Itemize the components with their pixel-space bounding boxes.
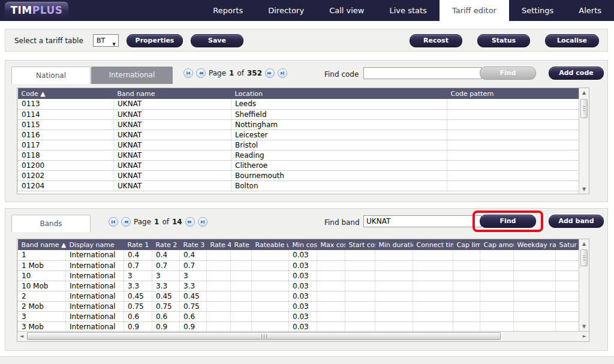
table-row[interactable]: 0115 UKNAT Nottingham — [18, 119, 579, 130]
table-row[interactable]: 01204 UKNAT Bolton — [18, 181, 579, 191]
column-header[interactable]: Code pattern — [447, 88, 579, 99]
table-row[interactable]: 10 Mob International 3.3 3.3 3.3 0.03 — [18, 281, 579, 291]
column-header[interactable]: Rate 2 — [152, 239, 180, 250]
bands-horizontal-scrollbar[interactable]: ◄ ► — [17, 331, 589, 341]
page-current: 1 — [154, 218, 159, 226]
scroll-down-icon[interactable]: ▼ — [579, 186, 589, 192]
table-row[interactable]: 2 Mob International 0.75 0.75 0.75 0.03 — [18, 301, 579, 311]
nav-tab-alerts[interactable]: Alerts — [566, 0, 614, 21]
cell-saturday-rates — [556, 311, 579, 321]
nav-tab-reports[interactable]: Reports — [200, 0, 255, 21]
scrollbar-thumb[interactable] — [580, 99, 588, 118]
recost-button[interactable]: Recost — [410, 34, 462, 47]
cell-display-name: International — [66, 270, 124, 281]
cell-connect-time — [413, 311, 453, 321]
table-row[interactable]: 10 International 3 3 3 0.03 — [18, 270, 579, 281]
column-header[interactable]: Connect time — [413, 239, 453, 250]
scrollbar-thumb[interactable] — [580, 249, 588, 266]
table-row[interactable]: 0116 UKNAT Leicester — [18, 130, 579, 140]
table-row[interactable]: 1 Mob International 0.7 0.7 0.7 0.03 — [18, 260, 579, 270]
table-row[interactable]: 1 International 0.4 0.4 0.4 0.03 — [18, 250, 579, 260]
bands-vertical-scrollbar[interactable]: ▲ ▼ — [579, 239, 589, 331]
column-header[interactable]: Location — [231, 88, 447, 99]
find-band-input[interactable] — [363, 215, 481, 227]
column-header[interactable]: Band name ▲ — [18, 239, 66, 250]
last-page-icon[interactable] — [198, 217, 207, 227]
column-header[interactable]: Start cost — [345, 239, 375, 250]
tariff-table-select[interactable]: BT ▼ — [93, 34, 119, 47]
column-header[interactable]: Rate 5 — [231, 239, 252, 250]
column-header[interactable]: Cap amount — [480, 239, 514, 250]
column-header[interactable]: Rateable unit — [252, 239, 289, 250]
add-code-button[interactable]: Add code — [549, 67, 604, 80]
column-header[interactable]: Cap limit — [453, 239, 480, 250]
cell-display-name: International — [66, 281, 124, 291]
nav-tab-tariff-editor[interactable]: Tariff editor — [440, 0, 509, 21]
find-code-input[interactable] — [363, 67, 481, 79]
tab-national[interactable]: National — [11, 67, 91, 84]
column-header[interactable]: Min duration — [375, 239, 413, 250]
nav-tab-settings[interactable]: Settings — [509, 0, 566, 21]
find-band-button[interactable]: Find — [480, 215, 536, 228]
column-header[interactable]: Display name — [66, 239, 124, 250]
cell-saturday-rates — [556, 291, 579, 301]
scroll-up-icon[interactable]: ▲ — [579, 90, 589, 95]
prev-page-icon[interactable] — [121, 217, 131, 227]
table-row[interactable]: 0113 UKNAT Leeds — [18, 99, 579, 109]
codes-vertical-scrollbar[interactable]: ▲ ▼ — [579, 88, 589, 194]
first-page-icon[interactable] — [109, 217, 118, 227]
nav-tab-live-stats[interactable]: Live stats — [377, 0, 440, 21]
column-header[interactable]: Rate 3 — [180, 239, 207, 250]
cell-rateable-unit — [252, 291, 289, 301]
table-row[interactable]: 0114 UKNAT Sheffield — [18, 109, 579, 119]
first-page-icon[interactable] — [183, 68, 193, 78]
column-header[interactable]: Band name — [114, 88, 231, 99]
cell-weekday-rates — [514, 281, 556, 291]
prev-page-icon[interactable] — [196, 68, 206, 78]
tab-international[interactable]: International — [91, 67, 173, 84]
scroll-down-icon[interactable]: ▼ — [579, 324, 589, 329]
properties-button[interactable]: Properties — [127, 34, 183, 47]
cell-rate-3: 0.7 — [180, 260, 207, 270]
table-row[interactable]: 3 Mob International 0.9 0.9 0.9 0.03 — [18, 321, 579, 331]
find-code-button[interactable]: Find — [480, 67, 536, 80]
table-row[interactable]: 3 International 0.6 0.6 0.6 0.03 — [18, 311, 579, 321]
column-header[interactable]: Satur — [556, 239, 579, 250]
next-page-icon[interactable] — [185, 217, 195, 227]
cell-rate-2: 3.3 — [152, 281, 180, 291]
cell-rate-1: 3.3 — [124, 281, 152, 291]
cell-rate-4 — [207, 321, 231, 331]
scrollbar-thumb[interactable] — [27, 332, 501, 340]
cell-rate-4 — [207, 260, 231, 270]
tab-bands[interactable]: Bands — [11, 215, 91, 232]
nav-tab-directory[interactable]: Directory — [255, 0, 317, 21]
cell-band-name: UKNAT — [114, 181, 231, 191]
column-header[interactable]: Rate 1 — [124, 239, 152, 250]
table-row[interactable]: 0117 UKNAT Bristol — [18, 140, 579, 150]
column-header[interactable]: Code ▲ — [18, 88, 114, 99]
save-button[interactable]: Save — [191, 34, 243, 47]
cell-min-cost: 0.03 — [289, 270, 317, 281]
next-page-icon[interactable] — [265, 68, 275, 78]
cell-code-pattern — [447, 109, 579, 119]
table-row[interactable]: 01202 UKNAT Bournemouth — [18, 170, 579, 181]
cell-min-cost: 0.03 — [289, 311, 317, 321]
last-page-icon[interactable] — [278, 68, 287, 78]
localise-button[interactable]: Localise — [545, 34, 599, 47]
cell-band-name: 3 — [18, 311, 66, 321]
column-header[interactable]: Weekday rates — [514, 239, 556, 250]
scroll-up-icon[interactable]: ▲ — [579, 241, 589, 246]
scroll-left-icon[interactable]: ◄ — [20, 333, 23, 339]
cell-min-duration — [375, 250, 413, 260]
column-header[interactable]: Max cost — [317, 239, 345, 250]
chevron-down-icon: ▼ — [113, 39, 116, 50]
column-header[interactable]: Rate 4 — [207, 239, 231, 250]
add-band-button[interactable]: Add band — [549, 215, 604, 228]
column-header[interactable]: Min cost — [289, 239, 317, 250]
status-button[interactable]: Status — [477, 34, 530, 47]
table-row[interactable]: 0118 UKNAT Reading — [18, 150, 579, 160]
table-row[interactable]: 2 International 0.45 0.45 0.45 0.03 — [18, 291, 579, 301]
table-row[interactable]: 01200 UKNAT Clitheroe — [18, 160, 579, 170]
scroll-right-icon[interactable]: ► — [583, 333, 586, 339]
nav-tab-call-view[interactable]: Call view — [317, 0, 377, 21]
